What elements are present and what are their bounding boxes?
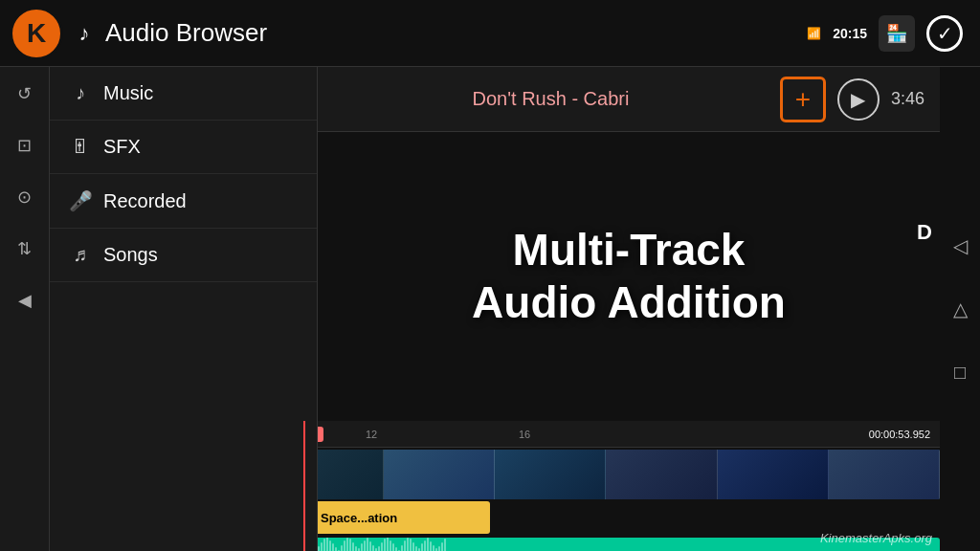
waveform-bar: [410, 539, 412, 551]
waveform-bar: [318, 546, 320, 551]
film-frame: [718, 450, 829, 499]
waveform-bar: [441, 542, 443, 551]
add-track-button[interactable]: +: [780, 77, 826, 122]
play-button[interactable]: ▶: [837, 78, 880, 121]
waveform-bar: [372, 545, 374, 552]
waveform-bar: [341, 545, 343, 552]
music-label: Music: [103, 82, 153, 104]
back-button[interactable]: ◀: [8, 283, 42, 318]
waveform-bar: [412, 542, 414, 551]
text-track-label: Space...ation: [321, 511, 397, 525]
sidebar-item-sfx[interactable]: 🎚 SFX: [50, 121, 317, 174]
sidebar-item-recorded[interactable]: 🎤 Recorded: [50, 174, 317, 229]
film-frame: [384, 450, 495, 499]
d-letter: D: [917, 220, 932, 245]
waveform-bar: [321, 542, 323, 551]
right-nav: ◁ △ □: [940, 67, 980, 551]
waveform-bar: [395, 547, 397, 551]
square-nav-button[interactable]: □: [943, 355, 977, 389]
signal-icon: 📶: [807, 27, 821, 40]
waveform-bar: [438, 546, 440, 551]
overlay-line1: Multi-Track: [513, 224, 746, 276]
track-header: Don't Rush - Cabri + ▶ 3:46: [318, 67, 940, 132]
waveform-bar: [349, 539, 351, 551]
end-time-badge: 00:00:53.952: [869, 429, 930, 440]
music-note-icon: ♪: [69, 18, 100, 49]
waveform-bar: [384, 539, 386, 551]
waveform-bar: [390, 540, 391, 552]
waveform-bar: [378, 546, 380, 551]
waveform-bar: [444, 539, 446, 551]
waveform-bar: [367, 538, 368, 551]
film-frame: [829, 450, 940, 499]
waveform-bar: [352, 542, 354, 551]
waveform-bar: [415, 546, 417, 551]
waveform-bar: [344, 540, 345, 552]
left-sidebar: ↺ ⊡ ⊙ ⇅ ◀: [0, 67, 50, 551]
waveform-bar: [369, 541, 371, 551]
mic-icon: 🎤: [69, 189, 92, 212]
home-nav-button[interactable]: △: [943, 292, 977, 326]
waveform-bar: [323, 539, 325, 551]
waveform-bar: [364, 540, 366, 552]
back-nav-button[interactable]: ◁: [943, 229, 977, 263]
battery-time: 20:15: [833, 26, 867, 41]
film-frame: [495, 450, 606, 499]
waveform-bar: [387, 538, 389, 551]
waveform-bar: [346, 538, 348, 551]
songs-icon: ♬: [69, 244, 92, 266]
crop-button[interactable]: ⊡: [8, 128, 42, 163]
waveform-bar: [407, 538, 409, 551]
top-bar: K ♪ Audio Browser 📶 20:15 🏪 ✓: [0, 0, 980, 67]
music-icon: ♪: [69, 82, 92, 104]
waveform-bar: [401, 545, 403, 552]
settings-button[interactable]: ⊙: [8, 180, 42, 214]
waveform-bar: [421, 543, 423, 551]
waveform-bar: [433, 545, 434, 552]
waveform-bar: [427, 538, 429, 551]
app-logo: K: [10, 7, 63, 60]
film-frame: [606, 450, 717, 499]
waveform-bar: [326, 538, 328, 551]
time-indicator: [303, 421, 305, 551]
waveform-bar: [430, 541, 432, 551]
top-bar-right: 📶 20:15 🏪 ✓: [807, 15, 963, 52]
current-track-name: Don't Rush - Cabri: [333, 88, 768, 110]
sfx-icon: 🎚: [69, 136, 92, 158]
ruler-marker-16: 16: [519, 429, 530, 440]
waveform-bar: [361, 543, 363, 551]
waveform-bar: [424, 540, 426, 552]
page-title: Audio Browser: [105, 18, 807, 48]
waveform-bar: [329, 540, 331, 552]
audio-browser-panel: ♪ Music 🎚 SFX 🎤 Recorded ♬ Songs: [50, 67, 318, 551]
waveform-bar: [392, 543, 394, 551]
sfx-label: SFX: [103, 136, 141, 158]
overlay-text: Multi-Track Audio Addition: [318, 132, 940, 421]
waveform-bar: [335, 547, 337, 551]
main-content: Don't Rush - Cabri + ▶ 3:46 Multi-Track …: [318, 67, 940, 421]
undo-button[interactable]: ↺: [8, 77, 42, 111]
waveform-bar: [355, 546, 357, 551]
watermark: KinemasterApks.org: [820, 531, 932, 545]
store-icon[interactable]: 🏪: [879, 15, 915, 52]
track-duration: 3:46: [891, 89, 924, 109]
songs-label: Songs: [103, 244, 158, 266]
recorded-label: Recorded: [103, 190, 187, 212]
overlay-line2: Audio Addition: [472, 276, 786, 329]
layers-button[interactable]: ⇅: [8, 231, 42, 266]
sidebar-item-music[interactable]: ♪ Music: [50, 67, 317, 121]
waveform-bar: [404, 540, 406, 552]
waveform-bar: [381, 542, 383, 551]
text-track[interactable]: 𝐓 Space...ation: [299, 501, 490, 534]
sidebar-item-songs[interactable]: ♬ Songs: [50, 229, 317, 282]
confirm-button[interactable]: ✓: [926, 15, 963, 52]
waveform-bar: [332, 543, 334, 551]
ruler-marker-12: 12: [366, 429, 377, 440]
